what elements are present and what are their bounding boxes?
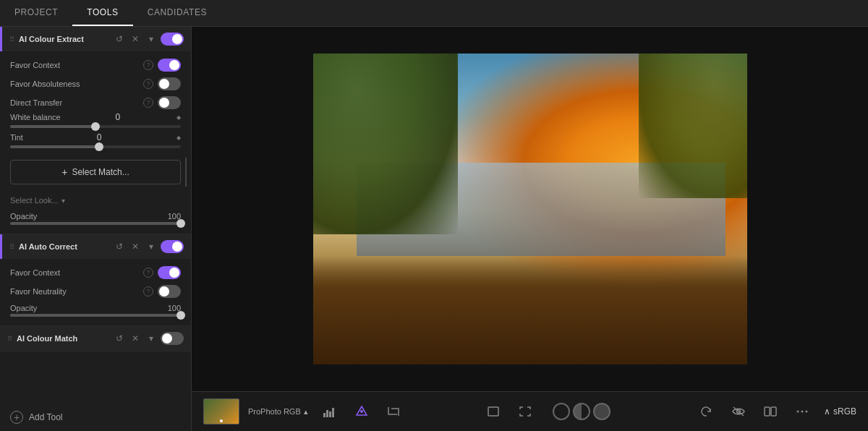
- opacity-track-extract[interactable]: [10, 222, 181, 225]
- favor-context-auto-label: Favor Context: [10, 268, 139, 277]
- favor-neutrality-toggle[interactable]: [158, 285, 181, 298]
- add-tool-button[interactable]: + Add Tool: [0, 404, 191, 431]
- thumbnail[interactable]: [203, 398, 239, 424]
- compare-icon[interactable]: [760, 401, 780, 422]
- opacity-row-extract: Opacity 100: [0, 209, 191, 222]
- favor-context-auto-row: Favor Context ?: [0, 263, 191, 282]
- fullscreen-icon[interactable]: [515, 401, 535, 422]
- ai-colour-match-section: ⠿ AI Colour Match ↺ ✕ ▾: [0, 326, 191, 351]
- bottom-left: ProPhoto RGB ▴: [203, 398, 308, 424]
- dropdown-arrow-icon[interactable]: ▾: [61, 197, 65, 205]
- ai-colour-extract-toggle[interactable]: [161, 33, 184, 46]
- favor-context-help-icon[interactable]: ?: [143, 60, 153, 70]
- favor-context-auto-help-icon[interactable]: ?: [143, 268, 153, 278]
- favor-context-auto-toggle[interactable]: [158, 266, 181, 279]
- opacity-thumb-auto[interactable]: [176, 311, 185, 320]
- ai-auto-correct-section: ⠿ AI Auto Correct ↺ ✕ ▾ Favor Context ? …: [0, 234, 191, 326]
- select-look-row: Select Look... ▾: [0, 192, 191, 209]
- undo-icon[interactable]: [697, 401, 717, 422]
- add-tool-circle-icon: +: [10, 411, 23, 424]
- nav-project[interactable]: PROJECT: [0, 0, 72, 26]
- white-balance-diamond-icon: ◆: [176, 114, 181, 121]
- drag-handle-auto-icon[interactable]: ⠿: [9, 243, 14, 251]
- collapse-auto-icon[interactable]: ▾: [145, 240, 158, 253]
- svg-rect-0: [323, 413, 326, 417]
- crop-icon[interactable]: [383, 401, 404, 422]
- color-space-selector[interactable]: ProPhoto RGB ▴: [248, 407, 308, 417]
- favor-absoluteness-label: Favor Absoluteness: [10, 80, 139, 88]
- ai-auto-correct-toggle[interactable]: [161, 240, 184, 253]
- tint-track[interactable]: [10, 145, 181, 148]
- center-area: ProPhoto RGB ▴: [192, 27, 868, 431]
- opacity-slider-auto: [0, 314, 191, 321]
- favor-absoluteness-toggle[interactable]: [158, 77, 181, 90]
- close-match-icon[interactable]: ✕: [129, 332, 142, 345]
- favor-neutrality-help-icon[interactable]: ?: [143, 286, 153, 296]
- main-layout: ⠿ AI Colour Extract ↺ ✕ ▾ Favor Context …: [0, 27, 868, 431]
- select-match-button[interactable]: + Select Match...: [10, 160, 181, 184]
- frame-icon[interactable]: [483, 401, 503, 422]
- reset-icon[interactable]: ↺: [113, 33, 126, 46]
- direct-transfer-help-icon[interactable]: ?: [143, 98, 153, 108]
- compare-circle-filled[interactable]: [593, 403, 610, 420]
- white-balance-track[interactable]: [10, 125, 181, 128]
- ai-colour-extract-section: ⠿ AI Colour Extract ↺ ✕ ▾ Favor Context …: [0, 27, 191, 234]
- color-picker-icon[interactable]: [352, 401, 372, 422]
- srgb-label: sRGB: [833, 406, 856, 417]
- direct-transfer-row: Direct Transfer ?: [0, 93, 191, 112]
- compare-buttons: [553, 403, 610, 420]
- close-icon[interactable]: ✕: [129, 33, 142, 46]
- nav-candidates[interactable]: CANDIDATES: [133, 0, 221, 26]
- direct-transfer-label: Direct Transfer: [10, 98, 139, 107]
- ai-colour-match-toggle[interactable]: [161, 332, 184, 345]
- plus-icon: +: [61, 166, 67, 178]
- image-container: [192, 27, 868, 391]
- white-balance-label: White balance: [10, 113, 61, 121]
- drag-handle-icon[interactable]: ⠿: [9, 35, 14, 43]
- favor-context-toggle[interactable]: [158, 59, 181, 72]
- direct-transfer-toggle[interactable]: [158, 96, 181, 109]
- svg-rect-1: [326, 410, 328, 417]
- favor-neutrality-label: Favor Neutrality: [10, 287, 139, 296]
- bottom-center-toolbar: ∧ sRGB: [320, 401, 856, 422]
- reset-match-icon[interactable]: ↺: [113, 332, 126, 345]
- favor-neutrality-row: Favor Neutrality ?: [0, 282, 191, 301]
- ai-auto-correct-header: ⠿ AI Auto Correct ↺ ✕ ▾: [0, 234, 191, 259]
- expand-match-icon[interactable]: ▾: [145, 332, 158, 345]
- top-nav: PROJECT TOOLS CANDIDATES: [0, 0, 868, 27]
- eye-icon[interactable]: [728, 401, 749, 422]
- select-look-label[interactable]: Select Look...: [10, 196, 59, 205]
- nav-tools[interactable]: TOOLS: [72, 0, 132, 26]
- white-balance-thumb[interactable]: [91, 122, 100, 131]
- close-auto-icon[interactable]: ✕: [129, 240, 142, 253]
- svg-rect-3: [332, 408, 334, 417]
- tint-container: Tint 0 ◆: [0, 132, 191, 153]
- favor-context-label: Favor Context: [10, 61, 139, 69]
- more-icon[interactable]: [792, 401, 812, 422]
- thumbnail-dot: [220, 419, 223, 422]
- srgb-selector[interactable]: ∧ sRGB: [824, 406, 856, 417]
- svg-point-13: [805, 411, 807, 413]
- histogram-icon[interactable]: [320, 401, 340, 422]
- chevron-up-srgb-icon: ∧: [824, 406, 830, 417]
- compare-circle-empty[interactable]: [553, 403, 570, 420]
- bottom-strip: ProPhoto RGB ▴: [192, 391, 868, 431]
- opacity-thumb-extract[interactable]: [176, 219, 185, 228]
- compare-circle-half[interactable]: [573, 403, 590, 420]
- svg-rect-2: [329, 411, 331, 417]
- opacity-label-extract: Opacity: [10, 212, 37, 221]
- ai-colour-extract-title: AI Colour Extract: [19, 35, 110, 43]
- opacity-track-auto[interactable]: [10, 314, 181, 317]
- drag-handle-match-icon[interactable]: ⠿: [7, 335, 12, 343]
- photo-ground: [313, 256, 747, 364]
- reset-auto-icon[interactable]: ↺: [113, 240, 126, 253]
- favor-absoluteness-help-icon[interactable]: ?: [143, 79, 153, 89]
- svg-point-12: [801, 411, 803, 413]
- ai-colour-match-title: AI Colour Match: [17, 334, 110, 343]
- color-space-label: ProPhoto RGB: [248, 407, 301, 416]
- tint-thumb[interactable]: [95, 142, 103, 151]
- ai-colour-match-header: ⠿ AI Colour Match ↺ ✕ ▾: [0, 326, 191, 351]
- svg-rect-10: [771, 407, 776, 416]
- divider: [185, 158, 187, 187]
- collapse-icon[interactable]: ▾: [145, 33, 158, 46]
